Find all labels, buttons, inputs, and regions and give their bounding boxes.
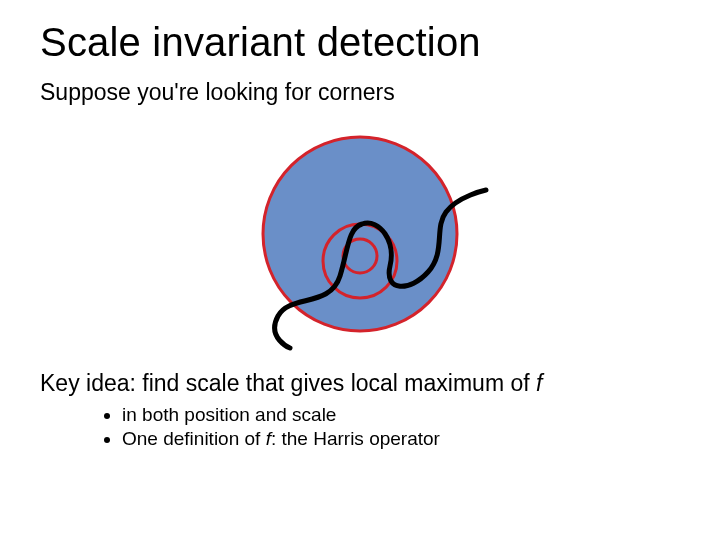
diagram-figure: [190, 116, 530, 356]
bullet-text: in both position and scale: [122, 404, 336, 425]
key-idea-text: Key idea: find scale that gives local ma…: [40, 370, 536, 396]
bullet-item: in both position and scale: [122, 403, 680, 427]
bullet-list: in both position and scale One definitio…: [122, 403, 680, 451]
slide: Scale invariant detection Suppose you're…: [0, 0, 720, 540]
bullet-suffix: : the Harris operator: [271, 428, 440, 449]
key-idea-line: Key idea: find scale that gives local ma…: [40, 370, 680, 397]
diagram-svg: [190, 116, 530, 356]
large-scale-circle: [263, 137, 457, 331]
slide-subtitle: Suppose you're looking for corners: [40, 79, 680, 106]
key-idea-var: f: [536, 370, 542, 396]
bullet-prefix: One definition of: [122, 428, 266, 449]
bullet-item: One definition of f: the Harris operator: [122, 427, 680, 451]
slide-title: Scale invariant detection: [40, 20, 680, 65]
